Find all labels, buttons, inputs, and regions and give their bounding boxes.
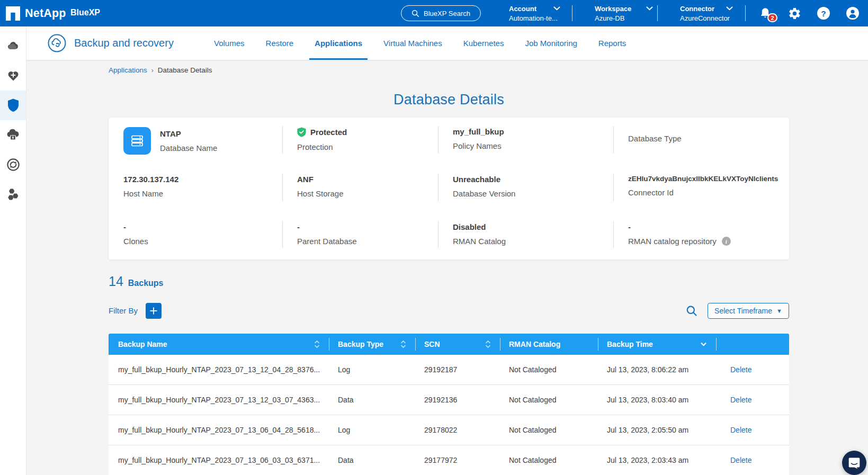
delete-link[interactable]: Delete xyxy=(725,456,751,464)
field-value: Protected xyxy=(310,128,347,137)
notifications-button[interactable]: 2 xyxy=(758,6,772,20)
backups-count-label: Backups xyxy=(128,279,164,288)
cell-backup-name: my_full_bkup_Hourly_NTAP_2023_07_13_06_0… xyxy=(109,426,329,434)
column-header-backup-time[interactable]: Backup Time xyxy=(598,334,717,355)
user-menu-button[interactable] xyxy=(846,6,860,20)
chevron-down-icon xyxy=(646,6,653,11)
hexagons-icon xyxy=(6,187,20,201)
cell-rman-catalog: Not Cataloged xyxy=(500,365,598,374)
field-label: Database Type xyxy=(628,132,784,143)
tab-restore[interactable]: Restore xyxy=(266,26,294,60)
help-icon: ? xyxy=(817,6,830,20)
select-timeframe-button[interactable]: Select Timeframe ▼ xyxy=(708,303,789,319)
help-button[interactable]: ? xyxy=(817,6,830,20)
connector-selector[interactable]: Connector AzureConnector xyxy=(680,0,733,26)
field-host-name: 172.30.137.142 Host Name xyxy=(109,165,282,213)
field-label: Parent Database xyxy=(297,237,433,246)
workspace-selector[interactable]: Workspace Azure-DB xyxy=(595,0,653,26)
sidenav-item-health[interactable] xyxy=(0,61,26,91)
delete-link[interactable]: Delete xyxy=(725,396,751,404)
column-label: Backup Time xyxy=(607,340,653,348)
column-header-backup-name[interactable]: Backup Name xyxy=(109,334,329,355)
field-value: my_full_bkup xyxy=(453,127,608,136)
search-icon xyxy=(411,10,419,17)
column-label: Backup Type xyxy=(338,340,383,348)
table-search-button[interactable] xyxy=(685,304,698,317)
plus-icon xyxy=(149,307,158,315)
cell-backup-name: my_full_bkup_Hourly_NTAP_2023_07_13_12_0… xyxy=(109,396,329,404)
heart-plus-icon xyxy=(7,69,20,82)
chevron-down-icon xyxy=(553,6,560,11)
cell-backup-type: Log xyxy=(329,365,416,374)
field-rman-catalog-repository: - RMAN catalog repository i xyxy=(613,213,789,259)
connector-value: AzureConnector xyxy=(680,14,733,22)
settings-button[interactable] xyxy=(788,6,801,20)
cell-backup-type: Log xyxy=(329,426,416,434)
chevron-right-icon: › xyxy=(151,67,154,74)
cell-rman-catalog: Not Cataloged xyxy=(500,426,598,434)
tab-volumes[interactable]: Volumes xyxy=(214,26,245,60)
table-row: my_full_bkup_Hourly_NTAP_2023_07_13_12_0… xyxy=(109,355,789,385)
shield-icon xyxy=(7,98,19,112)
table-row: my_full_bkup_Hourly_NTAP_2023_07_13_06_0… xyxy=(109,415,789,445)
product-name: BlueXP xyxy=(70,8,100,17)
chat-button[interactable] xyxy=(842,451,866,475)
sort-icon[interactable] xyxy=(314,340,320,348)
sort-desc-icon[interactable] xyxy=(700,342,707,347)
topbar-divider xyxy=(657,5,658,21)
svg-text:?: ? xyxy=(821,9,826,18)
notification-badge: 2 xyxy=(767,13,777,22)
sidenav-item-ransomware[interactable] xyxy=(0,120,26,150)
column-header-rman-catalog[interactable]: RMAN Catalog xyxy=(500,334,598,355)
field-value: 172.30.137.142 xyxy=(123,175,277,184)
cell-rman-catalog: Not Cataloged xyxy=(500,456,598,464)
service-header: Backup and recovery Volumes Restore Appl… xyxy=(26,26,868,60)
tab-virtual-machines[interactable]: Virtual Machines xyxy=(383,26,442,60)
field-value: - xyxy=(297,222,433,231)
cell-backup-time: Jul 13, 2023, 2:03:43 am xyxy=(598,456,717,464)
cell-backup-time: Jul 13, 2023, 8:06:22 am xyxy=(598,365,717,374)
field-value: - xyxy=(123,222,277,231)
sort-icon[interactable] xyxy=(485,340,491,348)
netapp-logo[interactable]: NetApp xyxy=(6,6,66,21)
cell-scn: 29177972 xyxy=(416,456,500,464)
delete-link[interactable]: Delete xyxy=(725,365,751,374)
sidenav-item-canvas[interactable] xyxy=(0,31,26,61)
cell-backup-type: Data xyxy=(329,396,416,404)
brand-name: NetApp xyxy=(25,7,66,20)
cell-backup-time: Jul 13, 2023, 2:05:50 am xyxy=(598,426,717,434)
sidenav-item-protection[interactable] xyxy=(0,91,26,120)
topbar-divider xyxy=(572,5,572,21)
sidenav-item-extensions[interactable] xyxy=(0,180,26,209)
filter-by-label: Filter By xyxy=(109,306,138,315)
tab-applications[interactable]: Applications xyxy=(315,26,362,60)
main-content: Applications › Database Details Database… xyxy=(26,60,868,475)
field-clones: - Clones xyxy=(109,213,282,259)
field-label: RMAN Catalog xyxy=(453,237,608,246)
breadcrumb-current: Database Details xyxy=(158,66,212,74)
topbar: NetApp BlueXP BlueXP Search Account Auto… xyxy=(0,0,868,26)
cell-backup-name: my_full_bkup_Hourly_NTAP_2023_07_13_06_0… xyxy=(109,456,329,464)
field-database-version: Unreachable Database Version xyxy=(438,165,613,213)
add-filter-button[interactable] xyxy=(146,303,162,319)
tab-kubernetes[interactable]: Kubernetes xyxy=(463,26,504,60)
chat-icon xyxy=(848,456,861,470)
cloud-lock-icon xyxy=(6,128,20,142)
field-label: Host Storage xyxy=(297,189,433,198)
column-header-scn[interactable]: SCN xyxy=(416,334,500,355)
breadcrumb-applications-link[interactable]: Applications xyxy=(109,66,147,74)
field-host-storage: ANF Host Storage xyxy=(282,165,438,213)
field-value: Disabled xyxy=(453,222,608,231)
tab-reports[interactable]: Reports xyxy=(598,26,627,60)
sort-icon[interactable] xyxy=(400,340,406,348)
bluexp-search-button[interactable]: BlueXP Search xyxy=(401,5,481,21)
tab-job-monitoring[interactable]: Job Monitoring xyxy=(525,26,577,60)
page-title: Database Details xyxy=(109,92,789,108)
sidenav-item-sync[interactable] xyxy=(0,150,26,180)
service-title: Backup and recovery xyxy=(74,37,174,49)
table-row: my_full_bkup_Hourly_NTAP_2023_07_13_06_0… xyxy=(109,445,789,475)
account-selector[interactable]: Account Automation-te... xyxy=(509,0,560,26)
info-icon[interactable]: i xyxy=(722,237,731,246)
column-header-backup-type[interactable]: Backup Type xyxy=(329,334,416,355)
delete-link[interactable]: Delete xyxy=(725,426,751,434)
